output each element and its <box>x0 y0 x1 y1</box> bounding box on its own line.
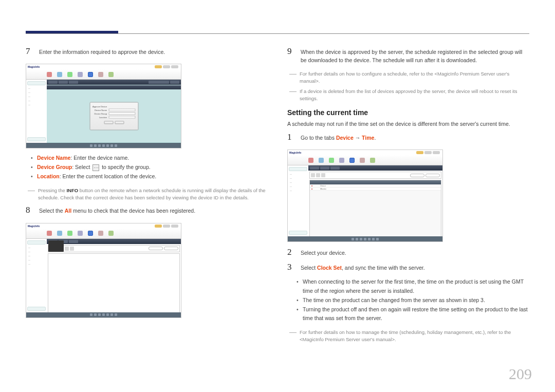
bullet-text: to specify the group. <box>100 164 150 170</box>
ss-toolbar <box>47 239 181 244</box>
dialog-row: Location <box>92 116 135 118</box>
dialog-input <box>108 112 135 115</box>
ss-toolbar-field <box>149 81 169 84</box>
schedule-note-1: For further details on how to configure … <box>289 70 529 85</box>
note-dash-icon <box>289 74 297 85</box>
ss-toolbar-btn <box>69 81 78 84</box>
ss-bottom-icon <box>94 313 97 316</box>
ss-top-buttons <box>155 225 178 228</box>
ss-bottom-icon <box>110 144 113 147</box>
ss-nav-icons <box>26 69 181 80</box>
list-dropdown <box>149 247 163 250</box>
ss-top-buttons <box>155 65 178 68</box>
list-btn <box>65 247 69 251</box>
bullet-device-group: Device Group: Select to specify the grou… <box>37 163 268 172</box>
step-text: Select Clock Set, and sync the time with… <box>301 262 529 272</box>
ss-bottom-icon <box>115 313 117 316</box>
step-text: Go to the tabs Device → Time. <box>301 132 529 142</box>
ss-bottom-icon <box>110 313 113 316</box>
note-dash-icon <box>28 191 35 202</box>
time-bullets: When connecting to the server for the fi… <box>287 277 529 323</box>
ss-sidebar-item: ― <box>289 177 307 179</box>
ss-toolbar-btn <box>69 240 78 243</box>
ss-sidebar-item: ― <box>27 87 46 89</box>
step-9: 9 When the device is approved by the ser… <box>287 46 529 65</box>
ss-titlebar: MagicInfo <box>288 150 442 155</box>
page-header-rule <box>26 31 529 36</box>
ss-sidebar-header <box>27 240 46 245</box>
ss-sidebar-item: ― <box>27 258 46 261</box>
ss-main <box>47 239 181 312</box>
ss-body: ― ― ― ― ― <box>288 165 442 236</box>
ss-toolbar-btn <box>310 166 319 170</box>
ss-toolbar-btn <box>320 166 329 170</box>
ss-sidebar-item: ― <box>289 189 307 192</box>
note-text: For further details on how to configure … <box>300 70 529 85</box>
step-number: 2 <box>287 247 295 257</box>
list-btn <box>311 173 315 177</box>
nav-icon <box>67 231 72 236</box>
right-column: 9 When the device is approved by the ser… <box>287 46 529 371</box>
bullet-text: : Enter the current location of the devi… <box>60 173 157 179</box>
note-dash-icon <box>289 91 297 103</box>
step-number: 3 <box>287 262 295 272</box>
ss-bottom-icon <box>90 144 92 147</box>
step-8: 8 Select the All menu to check that the … <box>26 205 268 215</box>
ss-thumbnail <box>48 240 64 252</box>
ss-sidebar-item: ― <box>27 99 46 102</box>
time-note: For further details on how to manage the… <box>289 329 529 344</box>
ss-bottom-icon <box>106 313 109 316</box>
bullet-label: Device Name <box>37 155 70 161</box>
ss-list-toolbar <box>48 245 180 252</box>
nav-icon <box>370 158 375 163</box>
ss-top-buttons <box>416 151 440 154</box>
ss-sidebar-item: ― <box>289 181 307 183</box>
ss-toolbar-btn <box>59 81 68 84</box>
ss-bottombar <box>288 236 442 241</box>
step-number: 9 <box>287 46 295 65</box>
bullet-label: Device Group <box>37 164 72 170</box>
bullet-location: Location: Enter the current location of … <box>37 172 268 181</box>
ss-top-pill <box>171 225 178 228</box>
ss-list-toolbar <box>309 172 441 179</box>
nav-icon <box>78 72 83 77</box>
section-heading: Setting the current time <box>287 108 529 117</box>
ss-bottom-icon <box>115 144 117 147</box>
ss-bottom-icon <box>351 238 354 240</box>
ss-sidebar-header <box>289 167 307 171</box>
nav-icon <box>98 231 103 236</box>
screenshot-approve-dialog: MagicInfo ― ― <box>26 64 181 148</box>
nav-icon <box>57 72 62 77</box>
bullet-text: : Enter the device name. <box>70 155 129 161</box>
bullet-text: : Select <box>72 164 91 170</box>
step-number: 7 <box>26 46 34 57</box>
list-btn <box>316 173 320 177</box>
ss-bottom-icon <box>94 144 97 147</box>
section-subtext: A schedule may not run if the time set o… <box>287 120 529 128</box>
ss-logo: MagicInfo <box>28 65 40 68</box>
ss-logo: MagicInfo <box>289 151 301 154</box>
ellipsis-icon <box>92 164 99 171</box>
ss-top-pill <box>433 151 440 154</box>
ss-bottom-icon <box>98 144 101 147</box>
dialog-label: Device Group <box>92 112 107 115</box>
ss-bottom-icon <box>106 144 109 147</box>
dialog-row: Device Name <box>92 108 135 111</box>
left-column: 7 Enter the information required to appr… <box>26 46 268 371</box>
ss-sidebar-item: ― <box>27 103 46 106</box>
nav-icon-active <box>349 158 355 163</box>
nav-icon <box>329 158 334 163</box>
screenshot-time-tab: MagicInfo ― ― <box>287 150 443 242</box>
nav-icon <box>47 231 52 236</box>
ss-top-pill <box>155 65 162 68</box>
ss-sidebar: ― ― ― ― ― <box>26 80 47 143</box>
note-dash-icon <box>289 332 297 344</box>
ss-bottombar <box>26 312 181 318</box>
ss-sidebar-footer <box>27 307 46 311</box>
time-step-1: 1 Go to the tabs Device → Time. <box>287 132 529 142</box>
ss-bottom-icon <box>356 238 358 240</box>
dialog-ok <box>104 121 113 124</box>
ss-top-pill <box>163 65 170 68</box>
ss-table-body: ■ Device ■ Monitor <box>310 184 441 237</box>
device-info-bullets: Device Name: Enter the device name. Devi… <box>26 154 268 181</box>
